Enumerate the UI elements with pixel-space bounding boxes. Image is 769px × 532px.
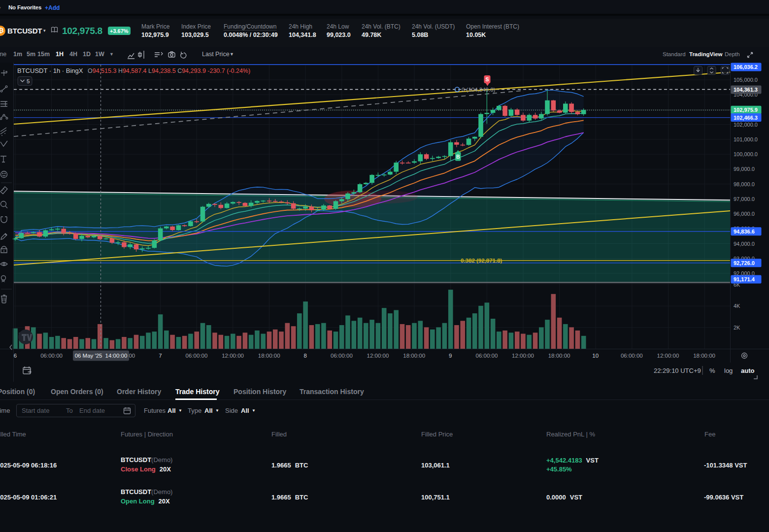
svg-text:12:00:00: 12:00:00 (367, 353, 389, 359)
svg-text:9: 9 (449, 353, 452, 359)
svg-text:98,000.0: 98,000.0 (734, 181, 755, 187)
svg-text:12:00:00: 12:00:00 (657, 353, 679, 359)
svg-text:S: S (485, 76, 489, 82)
svg-text:104,361.3: 104,361.3 (734, 87, 758, 93)
svg-text:94,836.6: 94,836.6 (734, 229, 755, 234)
svg-text:06 May '25 14:00:00: 06 May '25 14:00:00 (75, 353, 128, 359)
svg-text:18:00:00: 18:00:00 (403, 353, 425, 359)
svg-text:97,000.0: 97,000.0 (734, 196, 755, 202)
svg-text:102,000.0: 102,000.0 (734, 122, 758, 128)
svg-text:5: 5 (27, 78, 30, 84)
svg-text:100,000.0: 100,000.0 (734, 151, 758, 157)
svg-text:105,000.0: 105,000.0 (734, 77, 758, 83)
svg-text:99,000.0: 99,000.0 (734, 166, 755, 172)
svg-text:06:00:00: 06:00:00 (40, 353, 63, 359)
svg-text:06:00:00: 06:00:00 (621, 353, 643, 359)
svg-text:10: 10 (592, 353, 599, 359)
svg-text:8: 8 (304, 353, 307, 359)
svg-text:06:00:00: 06:00:00 (331, 353, 353, 359)
svg-text:BTCUSDT · 1h · BingX: BTCUSDT · 1h · BingX (17, 67, 83, 74)
svg-text:106,036.2: 106,036.2 (734, 64, 758, 70)
svg-text:101,000.0: 101,000.0 (734, 136, 758, 142)
svg-text:92,726.0: 92,726.0 (734, 260, 755, 266)
svg-text:O94,515.3 H94,587.4 L94,238.5: O94,515.3 H94,587.4 L94,238.5 C94,293.9 … (88, 67, 250, 74)
svg-text:0.382 (92,871.8): 0.382 (92,871.8) (461, 258, 502, 264)
svg-text:B: B (456, 154, 460, 160)
svg-text:06:00:00: 06:00:00 (186, 353, 208, 359)
svg-text:102,466.3: 102,466.3 (734, 115, 758, 121)
svg-text:06:00:00: 06:00:00 (476, 353, 498, 359)
svg-text:log: log (724, 367, 733, 374)
svg-text:96,000.0: 96,000.0 (734, 211, 755, 217)
svg-text:18:00:00: 18:00:00 (693, 353, 715, 359)
svg-text:22:29:10 UTC+9: 22:29:10 UTC+9 (654, 367, 701, 374)
svg-text:91,171.4: 91,171.4 (734, 276, 755, 282)
svg-text:7: 7 (159, 353, 162, 359)
svg-text:18:00:00: 18:00:00 (548, 353, 570, 359)
svg-text:12:00:00: 12:00:00 (222, 353, 244, 359)
svg-text:4K: 4K (734, 303, 740, 309)
svg-text:0 (104,249.0): 0 (104,249.0) (462, 87, 496, 93)
svg-text:18:00:00: 18:00:00 (258, 353, 280, 359)
svg-text:auto: auto (741, 367, 755, 374)
svg-text:94,000.0: 94,000.0 (734, 241, 755, 247)
svg-text:2K: 2K (734, 325, 740, 331)
svg-text:12:00:00: 12:00:00 (512, 353, 534, 359)
svg-text:6: 6 (14, 353, 17, 359)
svg-text:%: % (709, 367, 715, 374)
svg-text:102,975.9: 102,975.9 (734, 107, 758, 113)
